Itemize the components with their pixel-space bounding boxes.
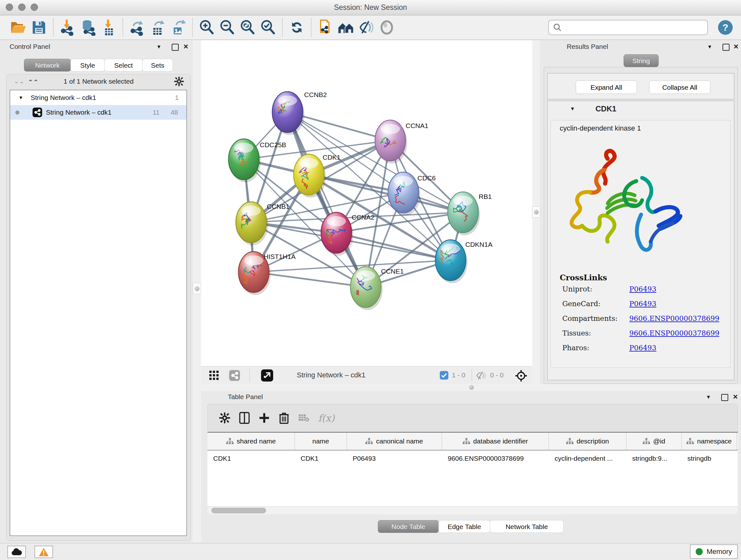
zoom-fit-button[interactable] xyxy=(238,17,258,38)
network-node-CDC6[interactable]: CDC6 xyxy=(388,172,435,215)
float-panel-button[interactable]: ▼ xyxy=(706,394,711,400)
network-collection-row[interactable]: ▼ String Network – cdk1 1 xyxy=(10,90,186,105)
network-options-gear-icon[interactable] xyxy=(174,76,184,86)
crosslink-link[interactable]: P06493 xyxy=(629,285,657,293)
crosslink-link[interactable]: 9606.ENSP00000378699 xyxy=(629,314,719,322)
network-node-CDK1[interactable]: CDK1 xyxy=(293,153,340,198)
section-collapse-caret[interactable]: ▼ xyxy=(570,106,575,112)
close-panel-button[interactable]: ✕ xyxy=(733,393,738,401)
horizontal-splitter[interactable] xyxy=(201,384,741,391)
cloud-status-button[interactable] xyxy=(7,546,26,558)
network-node-CCNE1[interactable]: CCNE1 xyxy=(350,266,404,310)
crosslink-link[interactable]: 9606.ENSP00000378699 xyxy=(629,329,719,337)
crosslink-link[interactable]: P06493 xyxy=(629,344,657,352)
splitter-handle[interactable] xyxy=(193,283,201,294)
network-node-CDKN1A[interactable]: CDKN1A xyxy=(435,240,492,283)
network-node-CCNB2[interactable]: CCNB2 xyxy=(272,91,327,135)
column-header-description[interactable]: description xyxy=(549,433,626,450)
column-header-canonical-name[interactable]: canonical name xyxy=(347,433,442,450)
memory-button[interactable]: Memory xyxy=(690,544,738,559)
refresh-button[interactable] xyxy=(286,17,307,38)
table-cell[interactable]: cyclin-dependent ... xyxy=(549,450,626,466)
expand-all-button[interactable]: Expand All xyxy=(576,80,637,94)
scrollbar-thumb[interactable] xyxy=(211,508,266,513)
tab-string[interactable]: String xyxy=(623,54,659,67)
maximize-panel-button[interactable] xyxy=(723,44,730,51)
zoom-out-button[interactable] xyxy=(217,17,238,38)
tab-edge-table[interactable]: Edge Table xyxy=(439,520,490,533)
home-networks-button[interactable] xyxy=(336,17,356,38)
table-cell[interactable]: stringdb:9... xyxy=(626,450,682,466)
import-table-from-file-button[interactable] xyxy=(98,17,119,38)
network-node-CCNA1[interactable]: CCNA1 xyxy=(375,120,428,164)
search-input[interactable] xyxy=(562,23,703,32)
table-cell[interactable]: CDK1 xyxy=(207,450,295,466)
table-row[interactable]: CDK1CDK1P064939606.ENSP00000378699cyclin… xyxy=(207,450,738,466)
vertical-splitter-right[interactable] xyxy=(532,40,540,384)
splitter-handle[interactable] xyxy=(532,206,540,218)
create-column-plus-icon[interactable] xyxy=(254,407,274,429)
delete-column-trash-icon[interactable] xyxy=(274,407,294,429)
show-hide-preview-button[interactable] xyxy=(377,17,397,38)
tab-style[interactable]: Style xyxy=(71,59,105,71)
import-network-from-database-button[interactable] xyxy=(78,17,98,38)
tab-network[interactable]: Network xyxy=(24,59,71,71)
table-cell[interactable]: CDK1 xyxy=(295,450,347,466)
column-header-shared-name[interactable]: shared name xyxy=(207,433,295,450)
delete-table-icon-disabled[interactable] xyxy=(294,407,314,429)
hidden-eye-icon[interactable] xyxy=(475,371,487,380)
show-columns-icon[interactable] xyxy=(234,407,254,429)
open-file-button[interactable] xyxy=(8,17,29,38)
grid-view-icon[interactable] xyxy=(209,371,219,380)
column-header-name[interactable]: name xyxy=(295,433,347,450)
network-node-RB1[interactable]: RB1 xyxy=(448,192,492,235)
network-node-CCNA2[interactable]: CCNA2 xyxy=(321,212,374,256)
float-panel-button[interactable]: ▼ xyxy=(156,44,161,50)
column-header-database-identifier[interactable]: database identifier xyxy=(442,433,549,450)
tab-sets[interactable]: Sets xyxy=(142,59,173,71)
network-edge-CCNB2-CCNE1[interactable] xyxy=(287,112,366,287)
column-header-namespace[interactable]: namespace xyxy=(682,433,737,450)
network-graph[interactable]: CCNB2CCNA1CDC25BCDK1CDC6RB1CCNB1CCNA2CDK… xyxy=(201,40,532,366)
export-network-button[interactable] xyxy=(127,17,147,38)
detach-view-icon[interactable] xyxy=(261,369,273,381)
network-canvas[interactable]: CCNB2CCNA1CDC25BCDK1CDC6RB1CCNB1CCNA2CDK… xyxy=(201,40,532,366)
collection-expand-caret[interactable]: ▼ xyxy=(18,90,23,105)
table-cell[interactable]: P06493 xyxy=(347,450,442,466)
warning-status-button[interactable] xyxy=(35,546,53,558)
close-panel-button[interactable]: ✕ xyxy=(183,43,189,51)
zoom-selected-button[interactable] xyxy=(258,17,278,38)
vertical-splitter-left[interactable] xyxy=(193,40,201,542)
tab-node-table[interactable]: Node Table xyxy=(378,520,439,533)
splitter-handle[interactable] xyxy=(467,383,476,392)
fit-selected-crosshair-icon[interactable] xyxy=(515,369,528,382)
column-header--id[interactable]: @id xyxy=(626,433,682,450)
selected-checkbox[interactable] xyxy=(440,371,448,380)
horizontal-scrollbar[interactable] xyxy=(207,507,738,514)
table-cell[interactable]: 9606.ENSP00000378699 xyxy=(442,450,549,466)
network-edge-CCNA2-CDKN1A[interactable] xyxy=(336,233,451,260)
close-panel-button[interactable]: ✕ xyxy=(733,43,739,51)
zoom-in-button[interactable] xyxy=(197,17,217,38)
import-network-from-file-button[interactable] xyxy=(57,17,78,38)
float-panel-button[interactable]: ▼ xyxy=(707,44,712,50)
function-builder-icon-disabled[interactable]: f(x) xyxy=(318,413,334,424)
network-node-HIST1H1A[interactable]: HIST1H1A xyxy=(239,252,295,295)
tab-network-table[interactable]: Network Table xyxy=(490,520,563,533)
tab-select[interactable]: Select xyxy=(105,59,143,71)
help-button[interactable]: ? xyxy=(718,20,733,35)
string-import-button[interactable] xyxy=(315,17,336,38)
maximize-panel-button[interactable] xyxy=(172,44,179,51)
network-row-selected[interactable]: String Network – cdk1 11 48 xyxy=(10,105,186,120)
table-options-gear-icon[interactable] xyxy=(215,407,234,429)
export-table-button[interactable] xyxy=(147,17,168,38)
network-view-icon[interactable] xyxy=(229,370,240,381)
protein-section-header[interactable]: ▼ CDK1 xyxy=(548,101,734,119)
crosslink-link[interactable]: P06493 xyxy=(629,300,657,308)
search-field[interactable] xyxy=(548,20,708,35)
table-cell[interactable]: stringdb xyxy=(682,450,737,466)
hide-labels-button[interactable] xyxy=(356,17,377,38)
save-session-button[interactable] xyxy=(29,17,49,38)
collapse-all-button[interactable]: Collapse All xyxy=(649,80,711,94)
maximize-panel-button[interactable] xyxy=(721,394,728,401)
